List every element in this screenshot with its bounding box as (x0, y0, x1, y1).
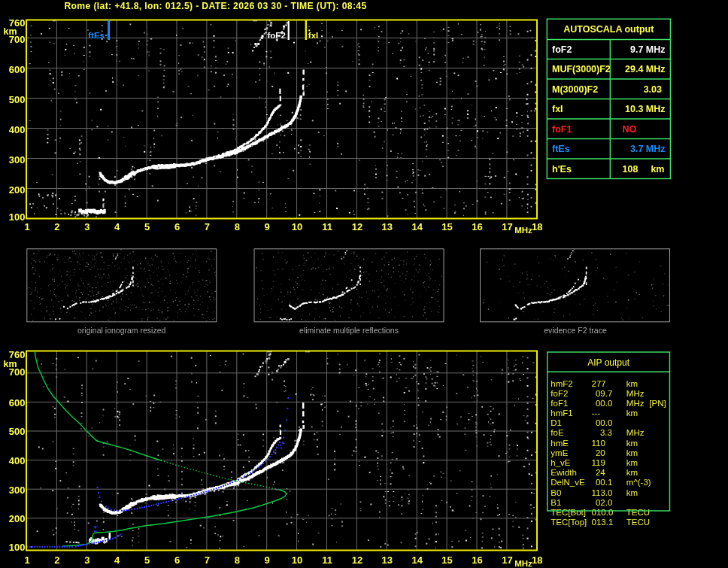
svg-text:17: 17 (502, 221, 512, 232)
svg-text:km: km (651, 164, 664, 175)
svg-text:km: km (3, 359, 17, 369)
svg-text:14: 14 (411, 221, 423, 232)
svg-text:eliminate multiple reflections: eliminate multiple reflections (299, 326, 399, 335)
svg-text:1: 1 (24, 221, 29, 232)
svg-text:9: 9 (265, 554, 270, 566)
svg-text:18: 18 (532, 221, 542, 232)
svg-text:12: 12 (352, 554, 362, 566)
svg-text:km: km (626, 439, 638, 448)
svg-text:TECU: TECU (626, 508, 650, 517)
svg-text:foF2: foF2 (551, 389, 568, 398)
svg-text:MHz: MHz (626, 428, 645, 437)
svg-text:100: 100 (9, 542, 26, 553)
svg-text:8: 8 (235, 554, 240, 566)
svg-text:7: 7 (205, 554, 210, 566)
svg-text:km: km (626, 409, 638, 418)
svg-text:hmE: hmE (551, 439, 569, 448)
svg-text:3: 3 (84, 554, 89, 566)
svg-text:010.0: 010.0 (592, 508, 614, 517)
svg-text:100: 100 (9, 211, 26, 223)
svg-text:5: 5 (144, 554, 150, 566)
svg-text:DelN_vE: DelN_vE (551, 478, 585, 487)
svg-text:8: 8 (235, 221, 240, 232)
svg-text:MUF(3000)F2: MUF(3000)F2 (552, 64, 611, 74)
svg-text:500: 500 (9, 426, 26, 437)
svg-text:m^(-3): m^(-3) (626, 478, 651, 487)
svg-text:10: 10 (292, 554, 302, 566)
svg-text:TEC[Top]: TEC[Top] (551, 518, 587, 527)
svg-text:09.7: 09.7 (596, 389, 612, 398)
svg-text:11: 11 (322, 554, 332, 566)
svg-text:3: 3 (84, 221, 89, 232)
svg-text:3.7 MHz: 3.7 MHz (630, 144, 666, 154)
svg-text:km: km (626, 379, 638, 388)
svg-text:15: 15 (441, 221, 452, 232)
svg-text:M(3000)F2: M(3000)F2 (552, 84, 598, 95)
svg-text:3.03: 3.03 (644, 84, 662, 95)
svg-text:h'Es: h'Es (552, 164, 572, 175)
svg-text:h_vE: h_vE (551, 458, 571, 467)
svg-text:km: km (626, 458, 638, 467)
svg-text:02.0: 02.0 (596, 498, 612, 507)
svg-text:ftEs: ftEs (552, 144, 570, 154)
svg-text:ymE: ymE (551, 448, 568, 457)
svg-text:400: 400 (9, 124, 26, 135)
svg-text:600: 600 (9, 397, 26, 409)
svg-text:10.3 MHz: 10.3 MHz (625, 104, 666, 114)
svg-text:16: 16 (472, 554, 482, 566)
svg-text:500: 500 (9, 94, 26, 105)
svg-text:evidence F2 trace: evidence F2 trace (544, 326, 607, 335)
svg-text:7: 7 (205, 221, 210, 232)
svg-text:013.1: 013.1 (592, 518, 614, 527)
svg-text:TEC[Bot]: TEC[Bot] (551, 508, 586, 517)
svg-text:km: km (3, 26, 17, 37)
svg-text:km: km (626, 488, 638, 497)
svg-text:B1: B1 (551, 498, 561, 507)
svg-text:00.1: 00.1 (596, 478, 612, 487)
svg-text:200: 200 (9, 184, 26, 196)
svg-text:AIP output: AIP output (587, 357, 629, 368)
svg-text:hmF2: hmF2 (551, 379, 572, 388)
svg-text:D1: D1 (551, 418, 562, 427)
svg-text:hmF1: hmF1 (551, 409, 572, 418)
svg-text:11: 11 (322, 221, 332, 232)
svg-text:277: 277 (592, 379, 606, 388)
svg-text:400: 400 (9, 455, 26, 466)
svg-text:6: 6 (174, 554, 180, 566)
svg-text:foE: foE (551, 428, 564, 437)
svg-text:6: 6 (174, 221, 180, 232)
svg-text:---: --- (592, 409, 601, 418)
svg-text:fxI: fxI (552, 104, 563, 114)
svg-text:km: km (626, 448, 638, 457)
svg-text:TECU: TECU (626, 518, 650, 527)
svg-text:foF2: foF2 (268, 31, 286, 40)
svg-text:16: 16 (472, 221, 482, 232)
svg-text:29.4 MHz: 29.4 MHz (625, 64, 666, 74)
svg-text:13: 13 (382, 554, 393, 566)
svg-text:ftEs: ftEs (88, 31, 105, 40)
svg-text:Rome (lat: +41.8, lon: 012.5): Rome (lat: +41.8, lon: 012.5) - DATE: 20… (64, 1, 366, 11)
svg-text:110: 110 (592, 439, 605, 448)
svg-text:MHz: MHz (626, 399, 645, 408)
svg-text:4: 4 (114, 221, 120, 232)
svg-text:1: 1 (24, 554, 29, 566)
svg-text:AUTOSCALA output: AUTOSCALA output (563, 24, 654, 35)
svg-text:NO: NO (623, 124, 637, 135)
svg-text:300: 300 (9, 154, 26, 166)
svg-text:fxI: fxI (308, 31, 318, 40)
svg-text:MHz: MHz (514, 226, 532, 235)
svg-text:5: 5 (144, 221, 150, 232)
svg-text:Ewidth: Ewidth (551, 468, 577, 477)
svg-text:foF1: foF1 (552, 124, 572, 135)
svg-text:14: 14 (411, 554, 423, 566)
svg-text:MHz: MHz (626, 389, 645, 398)
svg-text:[PN]: [PN] (649, 399, 666, 408)
svg-text:2: 2 (54, 221, 59, 232)
svg-text:foF1: foF1 (551, 399, 568, 408)
svg-text:300: 300 (9, 484, 26, 496)
svg-text:18: 18 (532, 554, 542, 566)
svg-text:108: 108 (623, 164, 639, 175)
svg-text:600: 600 (9, 64, 26, 75)
svg-text:00.0: 00.0 (596, 399, 612, 408)
svg-text:113.0: 113.0 (592, 488, 613, 497)
